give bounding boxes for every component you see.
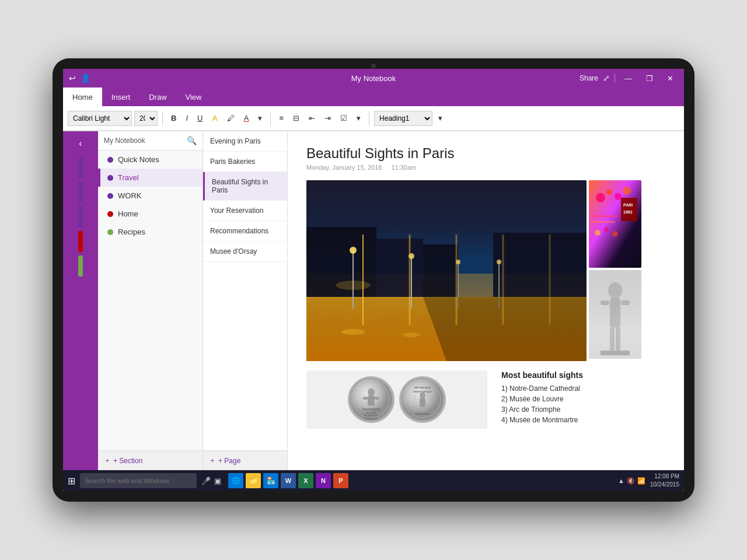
tray-expand[interactable]: ▲ (618, 477, 624, 484)
page-recommendations[interactable]: Recommendations (203, 221, 287, 242)
separator-2 (270, 111, 271, 125)
taskbar-search-input[interactable] (80, 473, 197, 488)
volume-icon[interactable]: 🔇 (627, 477, 635, 485)
svg-rect-46 (375, 397, 379, 400)
expand-icon[interactable]: ⤢ (603, 74, 610, 83)
svg-rect-57 (420, 398, 425, 407)
back-button[interactable]: ‹ (76, 136, 84, 151)
svg-rect-37 (621, 300, 630, 305)
taskbar-right: ▲ 🔇 📶 12:08 PM 10/24/2015 (618, 473, 679, 489)
add-page-button[interactable]: ＋ + Page (203, 450, 287, 470)
eraser-button[interactable]: 🖊 (224, 110, 238, 127)
close-button[interactable]: ✕ (662, 73, 678, 84)
separator-1 (162, 111, 163, 125)
section-travel[interactable]: Travel (98, 169, 203, 187)
taskbar-clock[interactable]: 12:08 PM 10/24/2015 (650, 473, 679, 489)
font-color-button[interactable]: A (240, 110, 253, 127)
restore-button[interactable]: ❐ (641, 73, 658, 84)
highlight-button[interactable]: A (208, 110, 221, 127)
coin-2: REPUBLIQUE DEMOCRATIQUE FRANÇAISE (399, 376, 446, 423)
search-icon[interactable]: 🔍 (187, 136, 197, 145)
sight-item-4: 4) Musée de Montmartre (501, 415, 665, 425)
tablet-screen: ↩ 👤 My Notebook Share ⤢ — ❐ ✕ Home Inser… (63, 69, 684, 491)
section-color-quick-notes (107, 157, 113, 163)
excel-app[interactable]: X (298, 473, 313, 488)
page-your-reservation[interactable]: Your Reservation (203, 201, 287, 221)
notebooks-sidebar: ‹ (63, 131, 98, 470)
onenote-app[interactable]: N (316, 473, 331, 488)
dropdown-button[interactable]: ▾ (254, 110, 266, 127)
page-paris-bakeries[interactable]: Paris Bakeries (203, 152, 287, 172)
undo-icon[interactable]: ↩ (69, 74, 76, 83)
sight-item-3: 3) Arc de Triomphe (501, 404, 665, 415)
checkbox-dropdown[interactable]: ▾ (353, 110, 364, 127)
tab-view[interactable]: View (176, 88, 211, 106)
task-view-icon[interactable]: ▣ (214, 477, 221, 485)
share-label[interactable]: Share (580, 74, 598, 82)
checkbox-button[interactable]: ☑ (337, 110, 351, 127)
section-quick-notes[interactable]: Quick Notes (98, 150, 203, 169)
paris-statue-image (589, 270, 641, 359)
network-icon[interactable]: 📶 (637, 477, 645, 485)
camera (371, 64, 376, 68)
svg-text:FRANÇAISE: FRANÇAISE (415, 412, 430, 415)
paris-street-image (306, 180, 587, 361)
bold-button[interactable]: B (167, 110, 180, 127)
section-home[interactable]: Home (98, 205, 203, 223)
tab-insert[interactable]: Insert (102, 88, 140, 106)
add-section-button[interactable]: ＋ + Section (98, 450, 203, 470)
section-purple-2[interactable] (78, 182, 83, 203)
heading-dropdown[interactable]: ▾ (435, 110, 446, 127)
svg-rect-29 (592, 221, 615, 223)
svg-point-9 (336, 281, 371, 290)
folder-app[interactable]: 📁 (246, 473, 261, 488)
svg-point-8 (350, 247, 357, 254)
underline-button[interactable]: U (194, 110, 206, 127)
powerpoint-app[interactable]: P (333, 473, 348, 488)
svg-text:REPUBLIQUE: REPUBLIQUE (414, 386, 431, 389)
svg-point-43 (368, 388, 375, 397)
section-purple-1[interactable] (78, 158, 83, 178)
heading-select[interactable]: Heading1 (374, 111, 432, 126)
mic-icon[interactable]: 🎤 (201, 477, 211, 485)
section-recipes[interactable]: Recipes (98, 223, 203, 241)
font-family-select[interactable]: Calibri Light (68, 111, 132, 126)
pages-header: My Notebook 🔍 (98, 131, 203, 150)
section-work[interactable]: WORK (98, 187, 203, 205)
start-button[interactable]: ⊞ (68, 475, 75, 487)
svg-rect-5 (423, 244, 458, 297)
tab-draw[interactable]: Draw (139, 88, 176, 106)
svg-point-11 (409, 253, 414, 259)
taskbar-apps: 🌐 📁 🏪 W X N P (228, 473, 348, 488)
browser-app[interactable]: 🌐 (228, 473, 243, 488)
note-images: PARI 1862 (306, 180, 665, 361)
svg-point-24 (623, 187, 631, 195)
minimize-button[interactable]: — (620, 73, 637, 84)
font-size-select[interactable]: 20 (134, 111, 158, 126)
tab-home[interactable]: Home (63, 88, 102, 106)
indent-inc-button[interactable]: ⇥ (321, 110, 334, 127)
italic-button[interactable]: I (182, 110, 191, 127)
word-app[interactable]: W (281, 473, 296, 488)
bullets-button[interactable]: ≡ (275, 110, 287, 127)
add-page-icon: ＋ (209, 456, 216, 466)
svg-text:1862: 1862 (623, 210, 633, 214)
svg-point-21 (596, 193, 605, 202)
store-app[interactable]: 🏪 (263, 473, 278, 488)
page-musee-dorsay[interactable]: Musee d'Orsay (203, 242, 287, 262)
svg-point-22 (606, 189, 612, 195)
page-evening-paris[interactable]: Evening in Paris (203, 131, 287, 152)
indent-dec-button[interactable]: ⇤ (305, 110, 319, 127)
section-purple-3[interactable] (78, 206, 83, 228)
numbering-button[interactable]: ⊟ (289, 110, 303, 127)
section-green[interactable] (78, 256, 83, 276)
note-bottom: FRATERNITÉ AU NOM DU PEUPLE FRANÇAIS (306, 370, 665, 429)
section-color-travel (107, 175, 113, 181)
section-red[interactable] (78, 231, 83, 252)
svg-point-16 (341, 329, 365, 335)
note-content[interactable]: Beautiful Sights in Paris Monday, Januar… (288, 131, 684, 470)
svg-text:FRATERNITÉ: FRATERNITÉ (362, 407, 381, 411)
profile-icon[interactable]: 👤 (81, 74, 90, 83)
page-beautiful-sights[interactable]: Beautiful Sights in Paris (203, 172, 287, 201)
ribbon: Home Insert Draw View Calibri Light 20 B… (63, 88, 684, 131)
